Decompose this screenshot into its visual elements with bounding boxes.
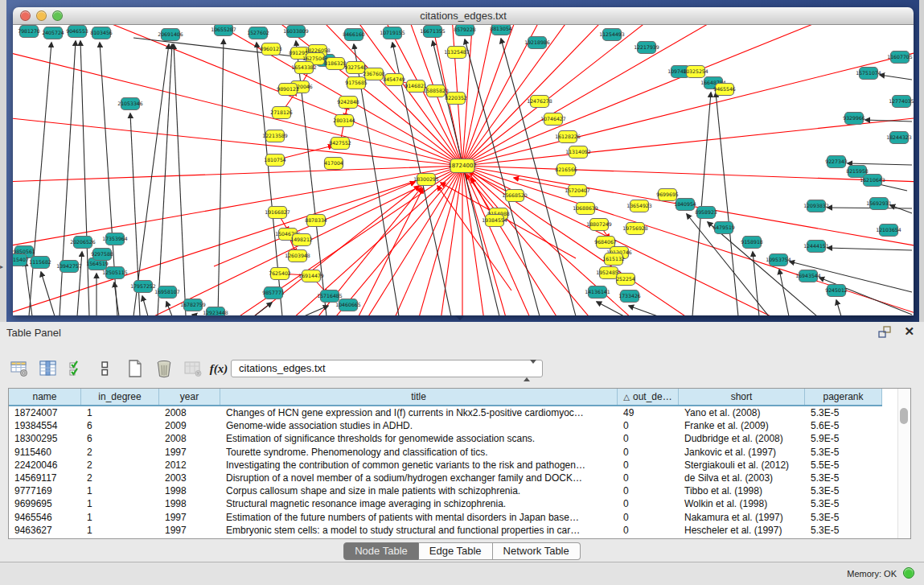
table-cell[interactable]: 1997	[159, 512, 220, 523]
table-row[interactable]: 2242004622012Investigating the contribut…	[9, 459, 910, 472]
network-node[interactable]: 15751074	[856, 68, 881, 80]
column-checklist-icon[interactable]	[66, 357, 88, 380]
zoom-window-button[interactable]	[52, 10, 63, 21]
network-node[interactable]: 2803144	[333, 115, 355, 127]
network-node[interactable]: 16943544	[795, 270, 821, 282]
network-node[interactable]: 19384554	[482, 215, 507, 227]
network-node[interactable]: 3915407	[13, 254, 29, 266]
table-cell[interactable]: 0	[618, 525, 679, 536]
network-node[interactable]: 8216566	[555, 164, 577, 176]
close-window-button[interactable]	[20, 10, 31, 21]
network-node[interactable]: 18300295	[413, 174, 439, 186]
table-cell[interactable]: Embryonic stem cells: a model to study s…	[220, 525, 618, 536]
network-node[interactable]: 9242848	[337, 97, 359, 109]
network-node[interactable]: 8813054	[490, 25, 512, 35]
table-cell[interactable]: 6	[81, 420, 159, 431]
network-node[interactable]: 417004	[324, 158, 343, 170]
column-header-name[interactable]: name	[9, 389, 81, 405]
table-cell[interactable]: 1997	[159, 447, 220, 458]
network-node[interactable]: 15692931	[866, 198, 892, 210]
table-cell[interactable]: Genome-wide association studies in ADHD.	[220, 420, 618, 431]
network-node[interactable]: 10953754	[766, 254, 791, 266]
table-cell[interactable]: 19384554	[9, 420, 81, 431]
column-header-title[interactable]: title	[220, 389, 618, 405]
network-node[interactable]: 1733426	[618, 290, 641, 303]
network-node[interactable]: 12103654	[876, 225, 901, 237]
table-cell[interactable]: 1	[81, 485, 159, 496]
network-node[interactable]: 2718126	[270, 107, 293, 119]
table-cell[interactable]: 2009	[159, 420, 220, 431]
network-node[interactable]: 20206526	[70, 237, 96, 249]
network-node[interactable]: 16033809	[283, 26, 309, 38]
table-cell[interactable]: 6	[81, 433, 159, 444]
network-node[interactable]: 12505115	[102, 267, 128, 279]
network-node[interactable]: 9046553	[66, 26, 88, 38]
network-node[interactable]: 20691406	[158, 29, 183, 41]
network-window[interactable]: citations_edges.txt 79812702405724904655…	[13, 7, 914, 315]
table-cell[interactable]: 2	[81, 447, 159, 458]
network-node[interactable]: 16914479	[298, 270, 324, 282]
network-node[interactable]: 9329966	[843, 113, 865, 125]
table-row[interactable]: 946362711997Embryonic stem cells: a mode…	[9, 524, 910, 537]
network-node[interactable]: 252254	[616, 274, 635, 286]
network-node[interactable]: 9297588	[91, 249, 113, 261]
network-node[interactable]: 16210643	[860, 175, 885, 187]
table-cell[interactable]: Nakamura et al. (1997)	[679, 512, 805, 523]
close-panel-icon[interactable]: ✕	[904, 324, 914, 339]
table-cell[interactable]: 0	[618, 459, 679, 471]
network-node[interactable]: 16958107	[154, 286, 180, 299]
network-node[interactable]: 19166827	[265, 207, 290, 219]
network-node[interactable]: 8427552	[329, 138, 351, 150]
column-header-short[interactable]: short	[679, 389, 805, 405]
table-cell[interactable]: 0	[618, 498, 679, 509]
network-node[interactable]: 1115682	[29, 257, 51, 269]
network-node[interactable]: 12603948	[285, 250, 310, 262]
network-node[interactable]: 10325254	[683, 66, 708, 78]
network-node[interactable]: 12476278	[527, 96, 552, 108]
table-cell[interactable]: Wolkin et al. (1998)	[679, 498, 805, 509]
table-cell[interactable]: Hescheler et al. (1997)	[679, 525, 805, 536]
table-cell[interactable]: 1998	[159, 485, 220, 496]
network-node[interactable]: 10460665	[335, 299, 361, 311]
table-row[interactable]: 1456911722003Disruption of a novel membe…	[9, 472, 910, 484]
table-cell[interactable]: 5.3E-5	[805, 512, 882, 523]
table-cell[interactable]: 2008	[159, 433, 220, 444]
table-cell[interactable]: 0	[618, 447, 679, 458]
table-cell[interactable]: 1	[81, 512, 159, 523]
network-node[interactable]: 6479519	[713, 222, 735, 234]
table-cell[interactable]: Estimation of significance thresholds fo…	[220, 433, 618, 444]
network-node[interactable]: 1498212	[290, 234, 313, 246]
network-node[interactable]: 19218986	[524, 37, 550, 49]
table-cell[interactable]: 1998	[159, 498, 220, 509]
table-cell[interactable]: 5.9E-5	[805, 433, 882, 444]
tab-node-table[interactable]: Node Table	[343, 542, 419, 560]
delete-columns-icon[interactable]	[153, 357, 175, 380]
table-cell[interactable]: 2012	[159, 459, 220, 471]
table-cell[interactable]: Structural magnetic resonance image aver…	[220, 498, 618, 509]
table-cell[interactable]: Tibbo et al. (1998)	[679, 485, 805, 496]
table-cell[interactable]: 5.5E-5	[805, 459, 882, 471]
network-node[interactable]: 21053346	[117, 98, 143, 110]
network-node[interactable]: 2405724	[42, 27, 64, 39]
network-node[interactable]: 16543382	[291, 62, 317, 74]
network-node[interactable]: 14136141	[585, 286, 610, 299]
table-cell[interactable]: Estimation of the future numbers of pati…	[220, 512, 618, 523]
column-header-year[interactable]: year	[159, 389, 220, 405]
network-node[interactable]: 10746427	[540, 113, 566, 126]
network-node[interactable]: 15720407	[565, 185, 590, 197]
network-node[interactable]: 12217939	[634, 42, 659, 54]
table-settings-icon[interactable]	[8, 357, 31, 380]
table-cell[interactable]: 1	[81, 498, 159, 509]
table-cell[interactable]: 0	[618, 472, 679, 484]
table-cell[interactable]: 0	[618, 433, 679, 444]
table-cell[interactable]: Tourette syndrome. Phenomenology and cla…	[220, 447, 618, 458]
network-node[interactable]: 16128226	[555, 131, 581, 143]
network-node[interactable]: 10688639	[573, 203, 598, 215]
row-height-icon[interactable]	[93, 357, 116, 380]
function-builder-icon[interactable]: f(x)	[207, 357, 230, 380]
table-cell[interactable]: 1997	[159, 525, 220, 536]
network-node[interactable]: 16782759	[180, 299, 206, 311]
network-node[interactable]: 9158918	[741, 237, 763, 249]
table-cell[interactable]: 18724007	[9, 407, 81, 418]
network-node[interactable]: 18724007	[448, 159, 477, 173]
